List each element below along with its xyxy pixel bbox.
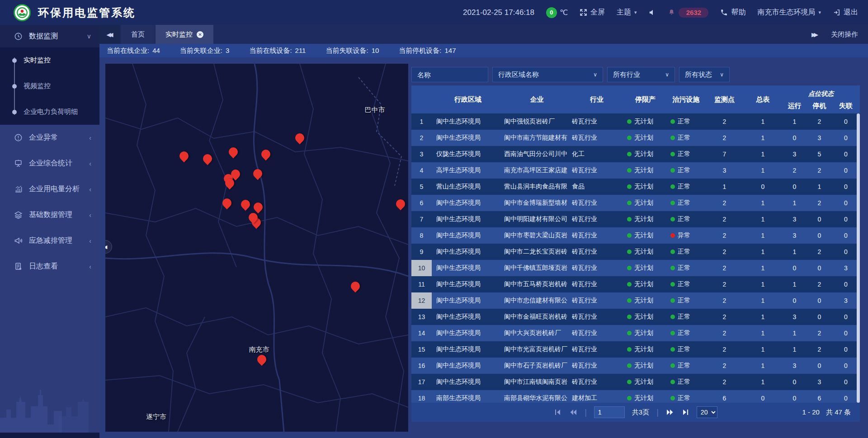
- table-row[interactable]: 5营山生态环境局营山县润丰肉食品有限食品无计划正常10010: [411, 179, 860, 195]
- map-pin[interactable]: [178, 149, 190, 162]
- sidebar-item-enterprise-statistics[interactable]: 企业综合统计‹: [0, 151, 99, 176]
- sidebar-item-enterprise-abnormal[interactable]: 企业异常‹: [0, 125, 99, 151]
- fullscreen-button[interactable]: 全屏: [580, 8, 605, 17]
- row-number: 15: [411, 341, 432, 358]
- cell-pollution-facility: 正常: [667, 374, 705, 390]
- map-pin[interactable]: [394, 198, 406, 210]
- table-row[interactable]: 2阆中生态环境局阆中市南方节能建材有砖瓦行业无计划正常21030: [411, 130, 860, 146]
- table-row[interactable]: 14阆中生态环境局阆中大兴页岩机砖厂砖瓦行业无计划正常21120: [411, 325, 860, 341]
- sidebar-item-data-monitoring[interactable]: 数据监测∨: [0, 25, 99, 47]
- board-icon: [14, 159, 23, 168]
- table-scrollbar[interactable]: [857, 113, 860, 403]
- tabs-scroll-right-button[interactable]: ▶▶: [811, 31, 818, 38]
- cell-running: 1: [782, 195, 807, 211]
- tab-realtime-monitor[interactable]: 实时监控 ✕: [156, 25, 213, 44]
- sound-toggle-button[interactable]: [648, 9, 656, 16]
- sidebar-item-log-view[interactable]: 日志查看‹: [0, 254, 99, 279]
- industry-filter-select[interactable]: 所有行业 ∨: [607, 67, 675, 82]
- table-row[interactable]: 18南部生态环境局南部县砌华水泥有限公建材加工无计划正常60060: [411, 390, 860, 403]
- region-filter-select[interactable]: 行政区域名称 ∨: [492, 67, 603, 82]
- cell-running: 1: [782, 325, 807, 341]
- table-row[interactable]: 12阆中生态环境局阆中市忠信建材有限公砖瓦行业无计划正常21003: [411, 292, 860, 309]
- cell-stopped: 3: [807, 130, 832, 146]
- sidebar-item-power-load-detail[interactable]: 企业电力负荷明细: [0, 99, 99, 125]
- status-dot-green: [627, 282, 632, 287]
- help-button[interactable]: 帮助: [720, 8, 745, 17]
- first-page-button[interactable]: [554, 408, 562, 416]
- close-operations-button[interactable]: 关闭操作: [831, 30, 858, 39]
- temperature: 0 ℃: [546, 7, 568, 18]
- map-pin[interactable]: [252, 201, 264, 213]
- status-dot-green: [670, 184, 675, 189]
- map-pin[interactable]: [293, 131, 306, 144]
- table-row[interactable]: 13阆中生态环境局阆中市金福旺页岩机砖砖瓦行业无计划正常21300: [411, 309, 860, 325]
- table-row[interactable]: 17阆中生态环境局阆中市江南镇阆南页岩砖瓦行业无计划正常21030: [411, 374, 860, 390]
- cell-lost: 0: [832, 179, 860, 195]
- page-title: 环保用电监管系统: [38, 5, 136, 20]
- logout-button[interactable]: 退出: [833, 8, 858, 17]
- cell-monitor-points: 2: [705, 374, 744, 390]
- right-panel: 行政区域名称 ∨ 所有行业 ∨ 所有状态 ∨ 行政区域 企业 行业: [411, 64, 860, 438]
- cell-total-meters: 1: [744, 276, 782, 292]
- table-row[interactable]: 9阆中生态环境局阆中市二龙长宝页岩砖砖瓦行业无计划正常21120: [411, 244, 860, 260]
- notification-badge: 2632: [679, 8, 708, 18]
- map-pin[interactable]: [239, 198, 252, 211]
- cell-total-meters: 1: [744, 325, 782, 341]
- sidebar-item-emergency-reduction[interactable]: 应急减排管理‹: [0, 228, 99, 254]
- name-filter-field[interactable]: [411, 67, 488, 82]
- cell-monitor-points: 2: [705, 113, 744, 130]
- page-size-select[interactable]: 20: [697, 406, 717, 418]
- map-panel[interactable]: 巴中市南充市遂宁市 ◀: [105, 64, 408, 432]
- tab-home[interactable]: 首页: [121, 25, 155, 44]
- cell-region: 阆中生态环境局: [432, 292, 504, 309]
- cell-monitor-points: 2: [705, 325, 744, 341]
- tab-close-icon[interactable]: ✕: [197, 31, 203, 38]
- sidebar-item-realtime-monitor[interactable]: 实时监控: [0, 47, 99, 73]
- table-row[interactable]: 6阆中生态环境局阆中市金博瑞新型墙材砖瓦行业无计划正常21120: [411, 195, 860, 211]
- cell-stopped: 6: [807, 390, 832, 403]
- page-number-input[interactable]: [594, 406, 625, 418]
- sidebar-item-video-monitor[interactable]: 视频监控: [0, 73, 99, 99]
- map-pin[interactable]: [227, 146, 240, 158]
- map-pin[interactable]: [251, 167, 264, 179]
- total-pages-label: 共3页: [632, 408, 649, 417]
- map-pin[interactable]: [349, 280, 362, 292]
- next-page-icon: [666, 409, 674, 416]
- sidebar-item-base-data-manage[interactable]: 基础数据管理‹: [0, 202, 99, 228]
- map-pin[interactable]: [221, 197, 233, 209]
- header-run: 运行: [782, 98, 807, 113]
- cell-pollution-facility: 正常: [667, 211, 705, 227]
- table-row[interactable]: 10阆中生态环境局阆中千佛镇五郎垭页岩砖瓦行业无计划正常21003: [411, 260, 860, 276]
- cell-running: 1: [782, 276, 807, 292]
- table-row[interactable]: 8阆中生态环境局阆中市枣碧大梁山页岩砖瓦行业无计划异常21300: [411, 227, 860, 244]
- table-row[interactable]: 1阆中生态环境局阆中强锐页岩砖厂砖瓦行业无计划正常21120: [411, 113, 860, 130]
- notification-area[interactable]: 2632: [668, 8, 708, 18]
- sidebar-item-power-usage-analysis[interactable]: 企业用电量分析‹: [0, 176, 99, 202]
- table-row[interactable]: 7阆中生态环境局阆中明阳建材有限公司砖瓦行业无计划正常21300: [411, 211, 860, 227]
- map-pin[interactable]: [259, 148, 272, 160]
- prev-page-button[interactable]: [569, 408, 577, 416]
- cell-running: 0: [782, 179, 807, 195]
- last-page-button[interactable]: [681, 408, 689, 416]
- row-number: 1: [411, 113, 432, 130]
- table-row[interactable]: 11阆中生态环境局阆中市五马桥页岩机砖砖瓦行业无计划正常21120: [411, 276, 860, 292]
- table-row[interactable]: 4高坪生态环境局南充市高坪区王家店建砖瓦行业无计划正常31220: [411, 162, 860, 179]
- cell-running: 1: [782, 244, 807, 260]
- theme-dropdown[interactable]: 主题 ▾: [617, 8, 637, 17]
- org-dropdown[interactable]: 南充市生态环境局 ▾: [757, 8, 821, 17]
- cell-company: 阆中千佛镇五郎垭页岩: [504, 260, 570, 276]
- cell-region: 南部生态环境局: [432, 390, 504, 403]
- status-filter-select[interactable]: 所有状态 ∨: [679, 67, 730, 82]
- table-header: 行政区域 企业 行业 停限产 治污设施 监测点 总表 点位状态 运行 停机 失联: [411, 85, 860, 113]
- table-row[interactable]: 15阆中生态环境局阆中市光富页岩机砖厂砖瓦行业无计划正常21120: [411, 341, 860, 358]
- cell-lost: 3: [832, 260, 860, 276]
- map-pin[interactable]: [201, 152, 214, 165]
- cell-running: 2: [782, 162, 807, 179]
- name-filter-input[interactable]: [417, 71, 482, 79]
- table-row[interactable]: 16阆中生态环境局阆中市石子页岩机砖厂砖瓦行业无计划正常21300: [411, 358, 860, 374]
- row-number: 5: [411, 179, 432, 195]
- map-pin[interactable]: [255, 353, 268, 366]
- next-page-button[interactable]: [666, 408, 674, 416]
- table-row[interactable]: 3仪陇生态环境局西南油气田分公司川中化工无计划正常71350: [411, 146, 860, 162]
- tabs-scroll-left-button[interactable]: ◀◀: [99, 25, 120, 44]
